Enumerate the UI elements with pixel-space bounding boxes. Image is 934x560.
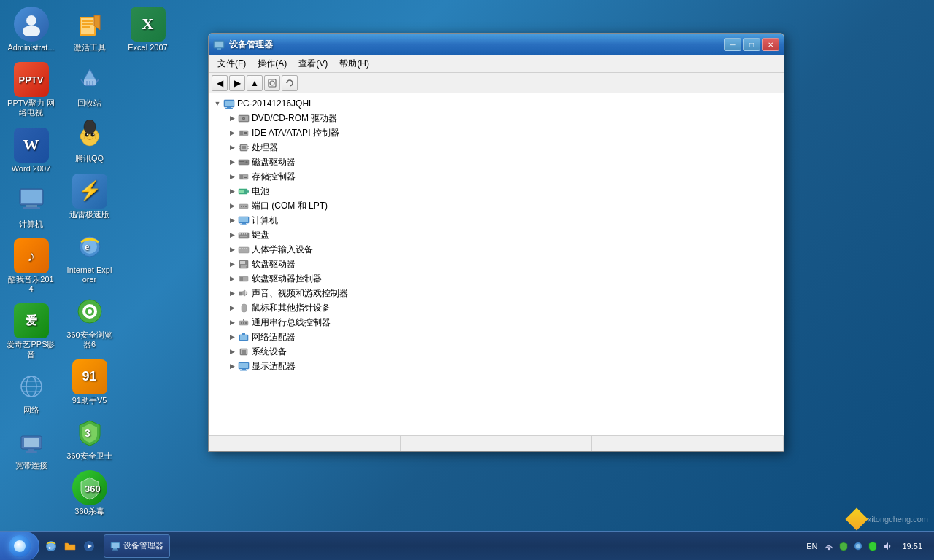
tray-icon-shield1[interactable] <box>838 540 849 552</box>
tree-item-2[interactable]: ▶ 处理器 <box>223 140 784 155</box>
tree-item-3[interactable]: ▶ 磁盘驱动器 <box>223 155 784 169</box>
toolbar-refresh-button[interactable] <box>282 75 298 91</box>
tree-item-6[interactable]: ▶ 端口 (COM 和 LPT) <box>223 198 784 213</box>
tree-item-9[interactable]: ▶ 人体学输入设备 <box>223 242 784 257</box>
tree-item-5[interactable]: ▶ 电池 <box>223 184 784 198</box>
tray-icon-volume[interactable] <box>881 540 893 552</box>
taskbar-items: e 设备管理器 <box>39 534 798 558</box>
desktop-icon-recycle[interactable]: 回收站 <box>62 59 117 111</box>
desktop-icon-91[interactable]: 91 91助手V5 <box>62 357 117 408</box>
taskbar-quicklaunch-folder[interactable] <box>61 534 79 558</box>
tree-item-17[interactable]: ▶ 显示适配器 <box>223 359 784 373</box>
tree-expand-9[interactable]: ▶ <box>226 244 238 255</box>
tree-item-4[interactable]: ▶ 存储控制器 <box>223 169 784 184</box>
tree-label-13: 鼠标和其他指针设备 <box>252 302 331 314</box>
desktop-icon-mycomputer[interactable]: 计算机 <box>4 180 58 232</box>
desktop-icon-activate[interactable]: 激活工具 <box>62 4 117 55</box>
tree-item-10[interactable]: ▶ 软盘驱动器 <box>223 257 784 271</box>
menu-file[interactable]: 文件(F) <box>212 56 252 71</box>
desktop-icon-360browser[interactable]: 360安全浏览器6 <box>62 291 117 352</box>
tree-expand-17[interactable]: ▶ <box>226 360 238 372</box>
tree-item-16[interactable]: ▶ 系统设备 <box>223 344 784 359</box>
desktop-icon-qq[interactable]: 腾讯QQ <box>62 114 117 166</box>
taskbar-clock[interactable]: 19:51 <box>896 542 928 551</box>
svg-rect-72 <box>240 175 243 179</box>
svg-point-68 <box>246 161 248 163</box>
tree-item-7[interactable]: ▶ 计算机 <box>223 213 784 228</box>
desktop-icon-thunder[interactable]: ⚡ 迅雷极速版 <box>62 171 117 222</box>
desktop-icon-360kill[interactable]: 360 360杀毒 <box>62 467 117 519</box>
tree-label-5: 电池 <box>252 185 269 198</box>
tree-item-8[interactable]: ▶ 键盘 <box>223 228 784 242</box>
tree-expand-5[interactable]: ▶ <box>226 185 238 197</box>
svg-rect-70 <box>239 163 243 163</box>
tree-item-11[interactable]: ▶ 软盘驱动器控制器 <box>223 271 784 286</box>
tree-item-0[interactable]: ▶ DVD/CD-ROM 驱动器 <box>223 111 784 125</box>
desktop-icon-pptv[interactable]: PPTV PPTV聚力 网络电视 <box>4 59 58 120</box>
tray-icon-shield2[interactable] <box>852 540 864 552</box>
toolbar-properties-button[interactable] <box>264 75 280 91</box>
tree-item-root[interactable]: ▼ PC-20141216JQHL <box>209 96 784 111</box>
taskbar-quicklaunch-media[interactable] <box>80 534 98 558</box>
tree-expand-11[interactable]: ▶ <box>226 273 238 284</box>
tree-expand-14[interactable]: ▶ <box>226 316 238 328</box>
tree-item-1[interactable]: ▶ IDE ATA/ATAPI 控制器 <box>223 125 784 140</box>
tree-label-6: 端口 (COM 和 LPT) <box>252 200 328 212</box>
desktop-icon-word2007[interactable]: W Word 2007 <box>4 125 58 176</box>
window-minimize-button[interactable]: ─ <box>724 38 741 51</box>
svg-point-31 <box>95 133 99 139</box>
desktop-icon-iqiyi[interactable]: 爱 爱奇艺PPS影音 <box>4 300 58 362</box>
tree-expand-12[interactable]: ▶ <box>226 287 238 299</box>
tree-icon-0 <box>238 112 250 124</box>
svg-rect-121 <box>240 370 247 371</box>
taskbar-item-devmgr[interactable]: 设备管理器 <box>104 534 170 558</box>
tree-expand-root[interactable]: ▼ <box>212 98 223 109</box>
tree-expand-13[interactable]: ▶ <box>226 302 238 314</box>
menu-action[interactable]: 操作(A) <box>252 56 293 71</box>
tree-item-13[interactable]: ▶ 鼠标和其他指针设备 <box>223 300 784 315</box>
window-close-button[interactable]: ✕ <box>762 38 779 51</box>
tree-expand-2[interactable]: ▶ <box>226 141 238 153</box>
menu-help[interactable]: 帮助(H) <box>333 56 375 71</box>
desktop-icon-ie[interactable]: e Internet Explorer <box>62 226 117 287</box>
tree-item-14[interactable]: ▶ 通用串行总线控制器 <box>223 315 784 330</box>
desktop-icon-broadband[interactable]: 宽带连接 <box>4 421 58 473</box>
tree-expand-0[interactable]: ▶ <box>226 112 238 124</box>
tree-item-12[interactable]: ▶ 声音、视频和游戏控制器 <box>223 286 784 300</box>
menu-view[interactable]: 查看(V) <box>293 56 333 71</box>
desktop-icon-network[interactable]: 网络 <box>4 366 58 418</box>
tree-expand-16[interactable]: ▶ <box>226 346 238 357</box>
desktop-icon-360guard[interactable]: 3 360安全卫士 <box>62 412 117 464</box>
tree-expand-1[interactable]: ▶ <box>226 127 238 139</box>
tree-expand-15[interactable]: ▶ <box>226 331 238 343</box>
tray-icon-network[interactable] <box>823 540 835 552</box>
tree-expand-6[interactable]: ▶ <box>226 200 238 211</box>
tree-icon-3 <box>238 156 250 168</box>
svg-rect-76 <box>239 190 244 193</box>
toolbar-forward-button[interactable]: ▶ <box>229 75 245 91</box>
desktop-icon-administrator[interactable]: Administrat... <box>4 4 58 55</box>
desktop-icon-kuwomusic[interactable]: ♪ 酷我音乐2014 <box>4 236 58 297</box>
svg-rect-120 <box>242 369 246 370</box>
start-button[interactable] <box>0 532 39 561</box>
tray-icon-360[interactable] <box>867 540 879 552</box>
toolbar-up-button[interactable]: ▲ <box>247 75 263 91</box>
tree-expand-10[interactable]: ▶ <box>226 258 238 270</box>
tree-expand-3[interactable]: ▶ <box>226 156 238 168</box>
taskbar-lang-indicator[interactable]: EN <box>803 542 820 551</box>
tree-expand-8[interactable]: ▶ <box>226 229 238 241</box>
taskbar-quicklaunch-ie[interactable]: e <box>42 534 60 558</box>
toolbar-back-button[interactable]: ◀ <box>212 75 228 91</box>
svg-rect-95 <box>244 248 245 249</box>
tree-item-15[interactable]: ▶ 网络适配器 <box>223 330 784 344</box>
tree-label-14: 通用串行总线控制器 <box>252 316 331 329</box>
tree-expand-7[interactable]: ▶ <box>226 214 238 226</box>
tree-label-4: 存储控制器 <box>252 171 296 183</box>
tree-label-9: 人体学输入设备 <box>252 244 313 256</box>
status-section-1 <box>209 436 401 451</box>
tree-expand-4[interactable]: ▶ <box>226 171 238 182</box>
window-maximize-button[interactable]: □ <box>743 38 760 51</box>
svg-rect-62 <box>242 146 246 149</box>
svg-rect-43 <box>215 42 223 47</box>
desktop-icon-excel2007[interactable]: X Excel 2007 <box>120 4 175 55</box>
